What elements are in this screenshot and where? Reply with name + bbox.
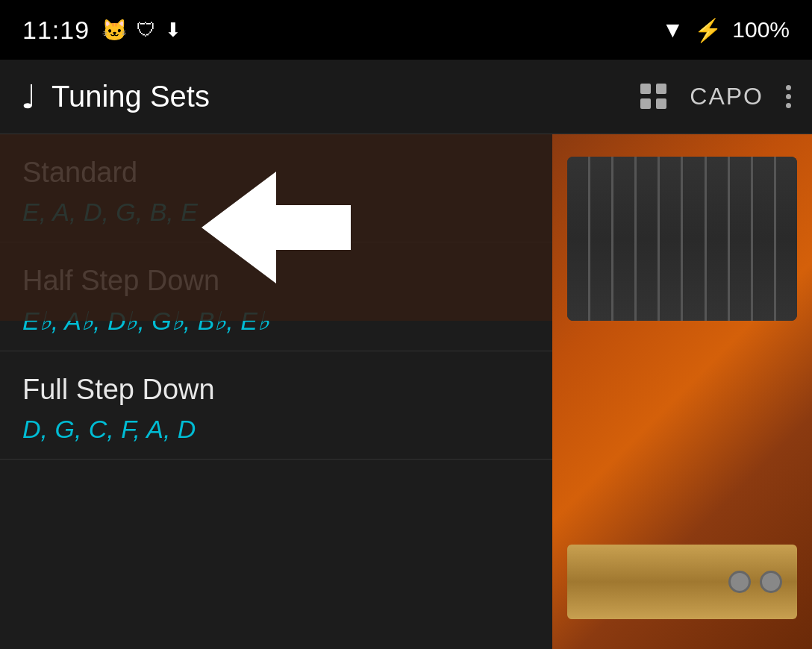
app-bar-left: ♩ Tuning Sets — [21, 78, 640, 116]
status-icons: 🐱 🛡 ⬇ — [102, 18, 181, 43]
swipe-hint-overlay — [0, 134, 552, 321]
back-arrow-icon — [202, 172, 351, 283]
main-content: Standard E, A, D, G, B, E Half Step Down… — [0, 134, 812, 649]
fretboard — [567, 157, 797, 321]
tuning-peg — [760, 571, 782, 593]
fret — [683, 157, 706, 321]
download-icon: ⬇ — [165, 19, 181, 42]
fret — [753, 157, 776, 321]
app-title: Tuning Sets — [51, 80, 210, 113]
fret — [567, 157, 590, 321]
dot — [786, 103, 791, 108]
wifi-icon: ▼ — [662, 17, 684, 43]
shield-icon: 🛡 — [137, 19, 156, 42]
music-note-icon: ♩ — [21, 78, 37, 116]
fret — [590, 157, 613, 321]
status-bar: 11:19 🐱 🛡 ⬇ ▼ ⚡ 100% — [0, 0, 812, 60]
dot — [786, 94, 791, 99]
tuning-name-full-step-down: Full Step Down — [22, 374, 530, 406]
grid-dot — [656, 84, 666, 94]
tuning-list: Standard E, A, D, G, B, E Half Step Down… — [0, 134, 552, 649]
fret — [707, 157, 730, 321]
battery-charging-icon: ⚡ — [694, 17, 722, 43]
status-right: ▼ ⚡ 100% — [662, 17, 790, 43]
battery-percentage: 100% — [732, 17, 790, 43]
cat-icon: 🐱 — [102, 18, 128, 43]
tuning-item-full-step-down[interactable]: Full Step Down D, G, C, F, A, D — [0, 351, 552, 460]
svg-marker-0 — [202, 172, 351, 283]
tuning-notes-full-step-down: D, G, C, F, A, D — [22, 415, 530, 444]
tuning-peg — [728, 571, 751, 593]
status-time: 11:19 — [22, 16, 90, 45]
more-options-button[interactable] — [786, 85, 791, 108]
back-arrow-container — [202, 172, 351, 283]
guitar-panel — [552, 134, 812, 649]
fret — [660, 157, 683, 321]
fret — [637, 157, 660, 321]
app-bar-actions: CAPO — [640, 83, 791, 110]
standard-tuning-section: Standard E, A, D, G, B, E — [0, 134, 552, 242]
fret — [613, 157, 637, 321]
app-bar: ♩ Tuning Sets CAPO — [0, 60, 812, 134]
guitar-background — [552, 134, 812, 649]
grid-dot — [640, 84, 651, 94]
fret — [776, 157, 797, 321]
status-left: 11:19 🐱 🛡 ⬇ — [22, 16, 181, 45]
grid-dot — [640, 98, 651, 109]
grid-dot — [656, 98, 666, 109]
dot — [786, 85, 791, 90]
tuning-pegs — [567, 545, 797, 619]
grid-view-button[interactable] — [640, 84, 667, 110]
capo-button[interactable]: CAPO — [690, 83, 763, 110]
fret — [730, 157, 753, 321]
